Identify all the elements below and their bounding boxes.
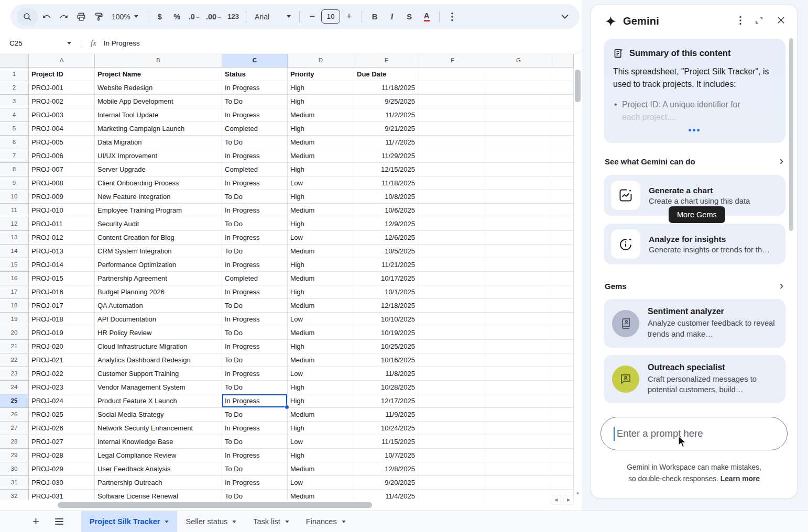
cell-G4[interactable] (486, 108, 551, 122)
sheet-tab-1[interactable]: Project Silk Tracker (81, 511, 178, 532)
cell-G9[interactable] (486, 176, 551, 190)
cell-A11[interactable]: PROJ-010 (29, 204, 95, 217)
cell-E9[interactable]: 11/18/2025 (354, 176, 419, 190)
cell-A25[interactable]: PROJ-024 (29, 394, 95, 408)
cell-partial-26[interactable] (551, 408, 574, 422)
cell-A17[interactable]: PROJ-016 (29, 285, 95, 299)
cell-A20[interactable]: PROJ-019 (29, 326, 95, 340)
cell-F18[interactable] (419, 299, 486, 313)
cell-C20[interactable]: To Do (222, 326, 288, 340)
cell-F14[interactable] (419, 245, 486, 258)
cell-B26[interactable]: Social Media Strategy (95, 408, 222, 422)
cell-E2[interactable]: 11/18/2025 (354, 81, 419, 95)
row-header-21[interactable]: 21 (0, 340, 29, 353)
cell-F19[interactable] (419, 313, 486, 326)
cell-G23[interactable] (486, 367, 551, 381)
cell-E25[interactable]: 12/17/2025 (354, 394, 419, 408)
cell-G20[interactable] (486, 326, 551, 340)
cell-D7[interactable]: Medium (288, 149, 354, 163)
cell-C24[interactable]: To Do (222, 381, 288, 394)
row-header-1[interactable]: 1 (0, 68, 29, 81)
cell-G7[interactable] (486, 149, 551, 163)
cell-partial-27[interactable] (551, 422, 574, 435)
cell-D32[interactable]: Medium (288, 490, 354, 500)
cell-C10[interactable]: To Do (222, 190, 288, 204)
cell-B9[interactable]: Client Onboarding Process (95, 176, 222, 190)
cell-E14[interactable]: 10/5/2025 (354, 245, 419, 258)
see-what-gemini-can-do-row[interactable]: See what Gemini can do › (605, 156, 783, 167)
cell-G27[interactable] (486, 422, 551, 435)
cell-C6[interactable]: To Do (222, 136, 288, 149)
cell-F27[interactable] (419, 422, 486, 435)
cell-C11[interactable]: In Progress (222, 204, 288, 217)
cell-E1[interactable]: Due Date (354, 68, 419, 81)
cell-F3[interactable] (419, 95, 486, 108)
cell-E17[interactable]: 10/1/2025 (354, 285, 419, 299)
cell-C15[interactable]: In Progress (222, 258, 288, 272)
cell-C22[interactable]: To Do (222, 353, 288, 367)
cell-D17[interactable]: High (288, 285, 354, 299)
cell-C8[interactable]: Completed (222, 163, 288, 176)
cell-E18[interactable]: 12/18/2025 (354, 299, 419, 313)
cell-C18[interactable]: To Do (222, 299, 288, 313)
cell-partial-6[interactable] (551, 136, 574, 149)
font-family-control[interactable]: Arial (250, 13, 295, 21)
cell-B7[interactable]: UI/UX Improvement (95, 149, 222, 163)
cell-partial-21[interactable] (551, 340, 574, 353)
cell-A10[interactable]: PROJ-009 (29, 190, 95, 204)
cell-D3[interactable]: High (288, 95, 354, 108)
cell-F28[interactable] (419, 435, 486, 449)
cell-E32[interactable]: 11/4/2025 (354, 490, 419, 500)
cell-C21[interactable]: In Progress (222, 340, 288, 353)
cell-E15[interactable]: 11/21/2025 (354, 258, 419, 272)
collapse-toolbar-icon[interactable] (556, 8, 573, 26)
bold-button[interactable]: B (366, 8, 383, 26)
cell-A24[interactable]: PROJ-023 (29, 381, 95, 394)
cell-B4[interactable]: Internal Tool Update (95, 108, 222, 122)
cell-B16[interactable]: Partnership Agreement (95, 272, 222, 285)
cell-partial-5[interactable] (551, 122, 574, 136)
row-header-32[interactable]: 32 (0, 490, 29, 500)
cell-partial-7[interactable] (551, 149, 574, 163)
cell-B23[interactable]: Customer Support Training (95, 367, 222, 381)
cell-E22[interactable]: 10/16/2025 (354, 353, 419, 367)
cell-G18[interactable] (486, 299, 551, 313)
cell-A6[interactable]: PROJ-005 (29, 136, 95, 149)
cell-F1[interactable] (419, 68, 486, 81)
cell-A21[interactable]: PROJ-020 (29, 340, 95, 353)
row-header-19[interactable]: 19 (0, 313, 29, 326)
cell-F32[interactable] (419, 490, 486, 500)
cell-A29[interactable]: PROJ-028 (29, 449, 95, 462)
cell-A15[interactable]: PROJ-014 (29, 258, 95, 272)
cell-C26[interactable]: To Do (222, 408, 288, 422)
cell-B8[interactable]: Server Upgrade (95, 163, 222, 176)
cell-D23[interactable]: Low (288, 367, 354, 381)
italic-button[interactable]: I (384, 8, 400, 26)
column-header-G[interactable]: G (486, 54, 551, 68)
cell-B15[interactable]: Performance Optimization (95, 258, 222, 272)
cell-C16[interactable]: Completed (222, 272, 288, 285)
cell-B12[interactable]: Security Audit (95, 217, 222, 231)
prompt-input[interactable] (616, 427, 774, 440)
row-header-10[interactable]: 10 (0, 190, 29, 204)
cell-B13[interactable]: Content Creation for Blog (95, 231, 222, 245)
cell-F22[interactable] (419, 353, 486, 367)
row-header-23[interactable]: 23 (0, 367, 29, 381)
undo-icon[interactable] (38, 8, 55, 26)
row-header-2[interactable]: 2 (0, 81, 29, 95)
sheet-tab-2[interactable]: Seller status (177, 511, 245, 532)
cell-F6[interactable] (419, 136, 486, 149)
cell-C27[interactable]: In Progress (222, 422, 288, 435)
cell-A27[interactable]: PROJ-026 (29, 422, 95, 435)
cell-partial-19[interactable] (551, 313, 574, 326)
gems-row[interactable]: Gems › (605, 280, 783, 292)
cell-B30[interactable]: User Feedback Analysis (95, 462, 222, 476)
cell-D8[interactable]: High (288, 163, 354, 176)
cell-E28[interactable]: 11/15/2025 (354, 435, 419, 449)
cell-F4[interactable] (419, 108, 486, 122)
cell-D14[interactable]: Medium (288, 245, 354, 258)
row-header-24[interactable]: 24 (0, 381, 29, 394)
cell-D13[interactable]: Low (288, 231, 354, 245)
cell-E13[interactable]: 12/6/2025 (354, 231, 419, 245)
gem-card-outreach-specialist[interactable]: Outreach specialist Craft personalized m… (604, 355, 785, 403)
